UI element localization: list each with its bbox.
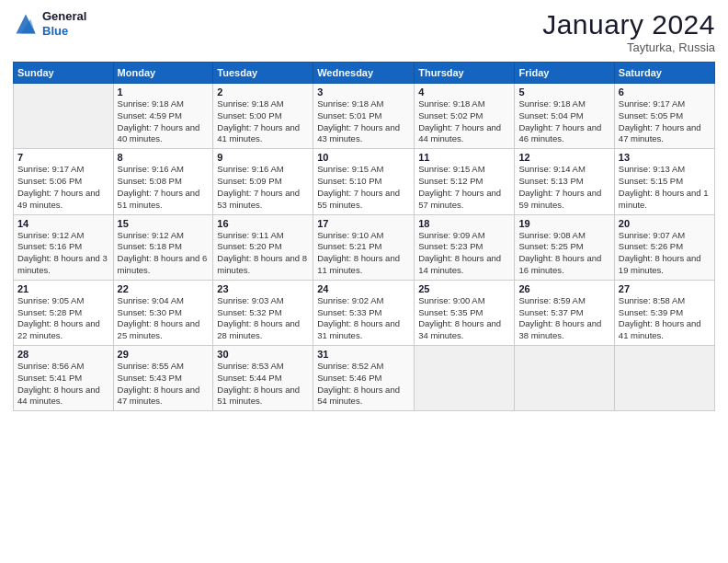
sunrise-line: Sunrise: 9:05 AM [17,295,109,307]
daylight-line: Daylight: 8 hours and 22 minutes. [17,318,109,342]
cell-date: 23 [217,283,309,294]
calendar-cell: 31Sunrise: 8:52 AMSunset: 5:46 PMDayligh… [313,346,415,411]
cell-date: 24 [317,283,410,294]
cell-date: 2 [217,86,309,98]
cell-date: 19 [518,218,609,229]
calendar-body: 1Sunrise: 9:18 AMSunset: 4:59 PMDaylight… [14,84,715,411]
calendar-cell: 15Sunrise: 9:12 AMSunset: 5:18 PMDayligh… [113,214,213,280]
sunset-line: Sunset: 5:39 PM [619,307,711,319]
sunset-line: Sunset: 5:10 PM [317,176,410,188]
calendar-cell: 30Sunrise: 8:53 AMSunset: 5:44 PMDayligh… [213,346,313,411]
calendar-cell: 6Sunrise: 9:17 AMSunset: 5:05 PMDaylight… [614,84,714,149]
sunset-line: Sunset: 5:33 PM [317,307,410,319]
cell-date: 1 [118,86,210,98]
calendar-cell [14,84,114,149]
daylight-line: Daylight: 7 hours and 47 minutes. [619,122,711,146]
cell-info: Sunrise: 9:16 AMSunset: 5:08 PMDaylight:… [118,164,210,211]
col-wednesday: Wednesday [313,63,415,84]
cell-info: Sunrise: 9:11 AMSunset: 5:20 PMDaylight:… [217,230,309,277]
col-thursday: Thursday [415,63,515,84]
sunrise-line: Sunrise: 8:59 AM [518,295,609,307]
cell-date: 3 [317,86,410,98]
cell-date: 14 [17,218,109,229]
sunset-line: Sunset: 5:02 PM [418,110,510,122]
daylight-line: Daylight: 8 hours and 47 minutes. [118,385,210,408]
cell-date: 30 [217,349,309,360]
calendar-cell: 3Sunrise: 9:18 AMSunset: 5:01 PMDaylight… [313,84,415,149]
calendar-cell: 14Sunrise: 9:12 AMSunset: 5:16 PMDayligh… [14,214,114,280]
daylight-line: Daylight: 7 hours and 49 minutes. [17,188,109,212]
sunset-line: Sunset: 5:13 PM [518,176,609,188]
sunrise-line: Sunrise: 9:09 AM [418,230,510,242]
calendar-cell: 27Sunrise: 8:58 AMSunset: 5:39 PMDayligh… [614,280,714,345]
calendar-cell: 23Sunrise: 9:03 AMSunset: 5:32 PMDayligh… [213,280,313,345]
calendar-cell: 5Sunrise: 9:18 AMSunset: 5:04 PMDaylight… [515,84,614,149]
daylight-line: Daylight: 8 hours and 25 minutes. [118,318,210,342]
sunrise-line: Sunrise: 8:56 AM [17,361,109,373]
header-row: Sunday Monday Tuesday Wednesday Thursday… [14,63,715,84]
daylight-line: Daylight: 8 hours and 54 minutes. [317,385,410,408]
calendar-cell: 11Sunrise: 9:15 AMSunset: 5:12 PMDayligh… [415,149,515,214]
sunrise-line: Sunrise: 9:18 AM [418,98,510,110]
calendar-cell: 22Sunrise: 9:04 AMSunset: 5:30 PMDayligh… [113,280,213,345]
sunset-line: Sunset: 5:04 PM [518,110,609,122]
daylight-line: Daylight: 7 hours and 44 minutes. [418,122,510,146]
cell-date: 9 [217,152,309,163]
cell-date: 11 [418,152,510,163]
col-tuesday: Tuesday [213,63,313,84]
sunrise-line: Sunrise: 9:10 AM [317,230,410,242]
cell-date: 16 [217,218,309,229]
calendar-cell: 16Sunrise: 9:11 AMSunset: 5:20 PMDayligh… [213,214,313,280]
cell-date: 17 [317,218,410,229]
subtitle: Tayturka, Russia [542,40,715,54]
daylight-line: Daylight: 7 hours and 57 minutes. [418,188,510,212]
cell-date: 7 [17,152,109,163]
calendar-cell: 25Sunrise: 9:00 AMSunset: 5:35 PMDayligh… [415,280,515,345]
daylight-line: Daylight: 8 hours and 19 minutes. [619,253,711,277]
calendar-cell: 29Sunrise: 8:55 AMSunset: 5:43 PMDayligh… [113,346,213,411]
sunset-line: Sunset: 5:35 PM [418,307,510,319]
sunset-line: Sunset: 5:32 PM [217,307,309,319]
cell-date: 28 [17,349,109,360]
sunrise-line: Sunrise: 9:18 AM [118,98,210,110]
calendar-table: Sunday Monday Tuesday Wednesday Thursday… [13,62,715,411]
sunset-line: Sunset: 5:26 PM [619,241,711,253]
week-row-3: 14Sunrise: 9:12 AMSunset: 5:16 PMDayligh… [14,214,715,280]
calendar-cell: 12Sunrise: 9:14 AMSunset: 5:13 PMDayligh… [515,149,614,214]
cell-info: Sunrise: 9:15 AMSunset: 5:12 PMDaylight:… [418,164,510,211]
sunset-line: Sunset: 5:06 PM [17,176,109,188]
sunset-line: Sunset: 5:30 PM [118,307,210,319]
sunrise-line: Sunrise: 9:12 AM [118,230,210,242]
sunrise-line: Sunrise: 9:03 AM [217,295,309,307]
cell-date: 22 [118,283,210,294]
sunrise-line: Sunrise: 9:04 AM [118,295,210,307]
cell-info: Sunrise: 9:02 AMSunset: 5:33 PMDaylight:… [317,295,410,342]
cell-info: Sunrise: 8:59 AMSunset: 5:37 PMDaylight:… [518,295,609,342]
sunset-line: Sunset: 5:20 PM [217,241,309,253]
sunset-line: Sunset: 5:46 PM [317,373,410,385]
calendar-cell: 19Sunrise: 9:08 AMSunset: 5:25 PMDayligh… [515,214,614,280]
cell-date: 21 [17,283,109,294]
cell-date: 29 [118,349,210,360]
calendar-cell [614,346,714,411]
cell-date: 18 [418,218,510,229]
daylight-line: Daylight: 7 hours and 51 minutes. [118,188,210,212]
daylight-line: Daylight: 7 hours and 53 minutes. [217,188,309,212]
sunrise-line: Sunrise: 9:15 AM [418,164,510,176]
sunrise-line: Sunrise: 9:18 AM [518,98,609,110]
calendar-cell: 4Sunrise: 9:18 AMSunset: 5:02 PMDaylight… [415,84,515,149]
daylight-line: Daylight: 8 hours and 1 minute. [619,188,711,212]
cell-info: Sunrise: 9:17 AMSunset: 5:05 PMDaylight:… [619,98,711,145]
sunset-line: Sunset: 4:59 PM [118,110,210,122]
week-row-1: 1Sunrise: 9:18 AMSunset: 4:59 PMDaylight… [14,84,715,149]
cell-info: Sunrise: 8:58 AMSunset: 5:39 PMDaylight:… [619,295,711,342]
cell-info: Sunrise: 9:18 AMSunset: 5:02 PMDaylight:… [418,98,510,145]
calendar-cell: 2Sunrise: 9:18 AMSunset: 5:00 PMDaylight… [213,84,313,149]
sunset-line: Sunset: 5:43 PM [118,373,210,385]
daylight-line: Daylight: 7 hours and 43 minutes. [317,122,410,146]
cell-info: Sunrise: 9:12 AMSunset: 5:16 PMDaylight:… [17,230,109,277]
cell-date: 12 [518,152,609,163]
calendar-cell [415,346,515,411]
sunrise-line: Sunrise: 8:53 AM [217,361,309,373]
cell-info: Sunrise: 9:13 AMSunset: 5:15 PMDaylight:… [619,164,711,211]
